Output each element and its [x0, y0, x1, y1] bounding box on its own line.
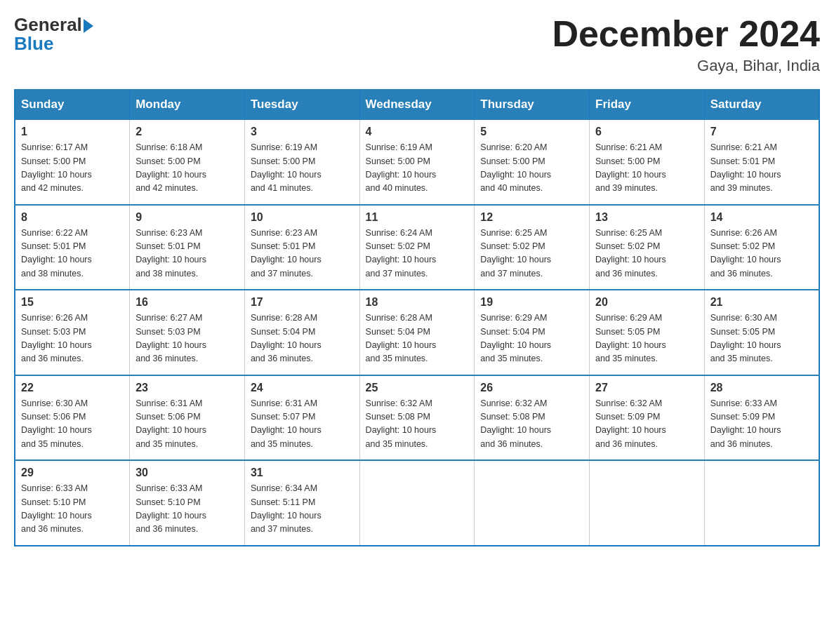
day-number: 5 — [480, 126, 583, 138]
calendar-cell — [359, 460, 475, 546]
day-number: 16 — [135, 296, 239, 309]
day-number: 19 — [480, 296, 583, 309]
day-number: 29 — [21, 467, 124, 479]
calendar-cell — [704, 460, 819, 546]
day-number: 22 — [21, 382, 124, 394]
weekday-header-sunday: Sunday — [15, 90, 130, 119]
day-number: 31 — [251, 467, 354, 479]
calendar-cell: 24 Sunrise: 6:31 AM Sunset: 5:07 PM Dayl… — [244, 375, 359, 461]
day-info: Sunrise: 6:28 AM Sunset: 5:04 PM Dayligh… — [251, 311, 354, 366]
day-info: Sunrise: 6:32 AM Sunset: 5:08 PM Dayligh… — [480, 397, 583, 452]
calendar-cell: 17 Sunrise: 6:28 AM Sunset: 5:04 PM Dayl… — [244, 290, 359, 375]
day-info: Sunrise: 6:18 AM Sunset: 5:00 PM Dayligh… — [135, 141, 239, 196]
day-info: Sunrise: 6:30 AM Sunset: 5:05 PM Dayligh… — [710, 311, 813, 366]
day-info: Sunrise: 6:24 AM Sunset: 5:02 PM Dayligh… — [366, 227, 469, 281]
day-info: Sunrise: 6:26 AM Sunset: 5:03 PM Dayligh… — [21, 311, 124, 366]
location: Gaya, Bihar, India — [552, 57, 820, 75]
day-info: Sunrise: 6:27 AM Sunset: 5:03 PM Dayligh… — [135, 311, 239, 366]
logo-blue: Blue — [14, 33, 53, 55]
day-number: 21 — [710, 296, 813, 309]
day-number: 17 — [251, 296, 354, 309]
day-info: Sunrise: 6:25 AM Sunset: 5:02 PM Dayligh… — [595, 227, 699, 281]
day-number: 15 — [21, 296, 124, 309]
day-number: 30 — [135, 467, 239, 479]
day-number: 25 — [366, 382, 469, 394]
calendar-cell: 26 Sunrise: 6:32 AM Sunset: 5:08 PM Dayl… — [475, 375, 590, 461]
calendar-cell: 19 Sunrise: 6:29 AM Sunset: 5:04 PM Dayl… — [475, 290, 590, 375]
calendar-week-2: 8 Sunrise: 6:22 AM Sunset: 5:01 PM Dayli… — [15, 205, 819, 290]
day-info: Sunrise: 6:23 AM Sunset: 5:01 PM Dayligh… — [135, 227, 239, 281]
day-info: Sunrise: 6:19 AM Sunset: 5:00 PM Dayligh… — [366, 141, 469, 196]
calendar-cell: 31 Sunrise: 6:34 AM Sunset: 5:11 PM Dayl… — [244, 460, 359, 546]
day-info: Sunrise: 6:26 AM Sunset: 5:02 PM Dayligh… — [710, 227, 813, 281]
logo: General Blue — [14, 14, 93, 55]
day-number: 1 — [21, 126, 124, 138]
calendar-cell: 23 Sunrise: 6:31 AM Sunset: 5:06 PM Dayl… — [130, 375, 245, 461]
title-block: December 2024 Gaya, Bihar, India — [552, 14, 820, 75]
weekday-header-friday: Friday — [590, 90, 705, 119]
day-number: 2 — [135, 126, 239, 138]
calendar-cell — [475, 460, 590, 546]
day-info: Sunrise: 6:31 AM Sunset: 5:06 PM Dayligh… — [135, 397, 239, 452]
calendar-cell: 5 Sunrise: 6:20 AM Sunset: 5:00 PM Dayli… — [475, 119, 590, 205]
calendar-cell: 27 Sunrise: 6:32 AM Sunset: 5:09 PM Dayl… — [590, 375, 705, 461]
calendar-cell: 11 Sunrise: 6:24 AM Sunset: 5:02 PM Dayl… — [359, 205, 475, 290]
weekday-header-thursday: Thursday — [475, 90, 590, 119]
weekday-header-saturday: Saturday — [704, 90, 819, 119]
calendar-cell: 30 Sunrise: 6:33 AM Sunset: 5:10 PM Dayl… — [130, 460, 245, 546]
calendar-cell: 15 Sunrise: 6:26 AM Sunset: 5:03 PM Dayl… — [15, 290, 130, 375]
day-number: 28 — [710, 382, 813, 394]
calendar-cell: 13 Sunrise: 6:25 AM Sunset: 5:02 PM Dayl… — [590, 205, 705, 290]
calendar-cell: 21 Sunrise: 6:30 AM Sunset: 5:05 PM Dayl… — [704, 290, 819, 375]
calendar-cell: 1 Sunrise: 6:17 AM Sunset: 5:00 PM Dayli… — [15, 119, 130, 205]
calendar-cell: 4 Sunrise: 6:19 AM Sunset: 5:00 PM Dayli… — [359, 119, 475, 205]
day-info: Sunrise: 6:21 AM Sunset: 5:01 PM Dayligh… — [710, 141, 813, 196]
day-info: Sunrise: 6:19 AM Sunset: 5:00 PM Dayligh… — [251, 141, 354, 196]
day-info: Sunrise: 6:21 AM Sunset: 5:00 PM Dayligh… — [595, 141, 699, 196]
weekday-header-monday: Monday — [130, 90, 245, 119]
calendar-table: SundayMondayTuesdayWednesdayThursdayFrid… — [14, 89, 820, 546]
day-info: Sunrise: 6:29 AM Sunset: 5:05 PM Dayligh… — [595, 311, 699, 366]
calendar-week-1: 1 Sunrise: 6:17 AM Sunset: 5:00 PM Dayli… — [15, 119, 819, 205]
day-info: Sunrise: 6:33 AM Sunset: 5:09 PM Dayligh… — [710, 397, 813, 452]
calendar-cell: 12 Sunrise: 6:25 AM Sunset: 5:02 PM Dayl… — [475, 205, 590, 290]
day-info: Sunrise: 6:32 AM Sunset: 5:08 PM Dayligh… — [366, 397, 469, 452]
calendar-cell: 20 Sunrise: 6:29 AM Sunset: 5:05 PM Dayl… — [590, 290, 705, 375]
day-info: Sunrise: 6:30 AM Sunset: 5:06 PM Dayligh… — [21, 397, 124, 452]
day-number: 12 — [480, 211, 583, 224]
calendar-cell: 18 Sunrise: 6:28 AM Sunset: 5:04 PM Dayl… — [359, 290, 475, 375]
day-info: Sunrise: 6:29 AM Sunset: 5:04 PM Dayligh… — [480, 311, 583, 366]
day-info: Sunrise: 6:17 AM Sunset: 5:00 PM Dayligh… — [21, 141, 124, 196]
day-number: 26 — [480, 382, 583, 394]
day-info: Sunrise: 6:31 AM Sunset: 5:07 PM Dayligh… — [251, 397, 354, 452]
day-info: Sunrise: 6:20 AM Sunset: 5:00 PM Dayligh… — [480, 141, 583, 196]
calendar-cell: 2 Sunrise: 6:18 AM Sunset: 5:00 PM Dayli… — [130, 119, 245, 205]
day-info: Sunrise: 6:25 AM Sunset: 5:02 PM Dayligh… — [480, 227, 583, 281]
month-title: December 2024 — [552, 14, 820, 54]
day-info: Sunrise: 6:33 AM Sunset: 5:10 PM Dayligh… — [135, 482, 239, 537]
day-number: 20 — [595, 296, 699, 309]
calendar-cell: 16 Sunrise: 6:27 AM Sunset: 5:03 PM Dayl… — [130, 290, 245, 375]
day-info: Sunrise: 6:22 AM Sunset: 5:01 PM Dayligh… — [21, 227, 124, 281]
calendar-cell: 7 Sunrise: 6:21 AM Sunset: 5:01 PM Dayli… — [704, 119, 819, 205]
day-number: 9 — [135, 211, 239, 224]
calendar-cell: 10 Sunrise: 6:23 AM Sunset: 5:01 PM Dayl… — [244, 205, 359, 290]
page-header: General Blue December 2024 Gaya, Bihar, … — [14, 14, 820, 75]
day-number: 11 — [366, 211, 469, 224]
day-number: 7 — [710, 126, 813, 138]
day-info: Sunrise: 6:28 AM Sunset: 5:04 PM Dayligh… — [366, 311, 469, 366]
logo-arrow-icon — [84, 19, 93, 33]
day-number: 13 — [595, 211, 699, 224]
day-number: 6 — [595, 126, 699, 138]
calendar-week-3: 15 Sunrise: 6:26 AM Sunset: 5:03 PM Dayl… — [15, 290, 819, 375]
calendar-cell: 22 Sunrise: 6:30 AM Sunset: 5:06 PM Dayl… — [15, 375, 130, 461]
calendar-cell: 28 Sunrise: 6:33 AM Sunset: 5:09 PM Dayl… — [704, 375, 819, 461]
day-info: Sunrise: 6:34 AM Sunset: 5:11 PM Dayligh… — [251, 482, 354, 537]
day-info: Sunrise: 6:32 AM Sunset: 5:09 PM Dayligh… — [595, 397, 699, 452]
day-number: 27 — [595, 382, 699, 394]
calendar-week-4: 22 Sunrise: 6:30 AM Sunset: 5:06 PM Dayl… — [15, 375, 819, 461]
day-number: 8 — [21, 211, 124, 224]
calendar-cell: 9 Sunrise: 6:23 AM Sunset: 5:01 PM Dayli… — [130, 205, 245, 290]
calendar-cell: 3 Sunrise: 6:19 AM Sunset: 5:00 PM Dayli… — [244, 119, 359, 205]
calendar-cell: 29 Sunrise: 6:33 AM Sunset: 5:10 PM Dayl… — [15, 460, 130, 546]
